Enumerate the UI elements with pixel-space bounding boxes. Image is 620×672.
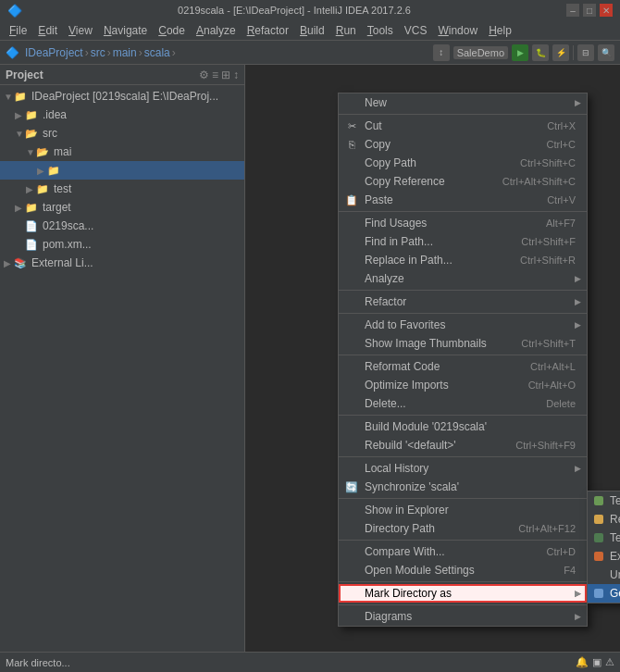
ctx-label: Paste [365, 193, 393, 206]
tree-label: target [43, 201, 71, 214]
menu-view[interactable]: View [63, 22, 98, 39]
menu-code[interactable]: Code [153, 22, 191, 39]
menu-refactor[interactable]: Refactor [242, 22, 294, 39]
expand-icon[interactable]: ↕ [233, 68, 239, 81]
tree-label: mai [54, 145, 71, 158]
tree-arrow: ▶ [15, 110, 24, 120]
minimize-button[interactable]: – [566, 4, 579, 17]
ctx-sep-3 [339, 290, 587, 291]
ctx-shortcut: Ctrl+Shift+F9 [497, 440, 576, 451]
menu-window[interactable]: Window [432, 22, 483, 39]
gear-icon[interactable]: ⚙ [199, 68, 209, 81]
ctx-delete[interactable]: Delete... Delete [339, 394, 587, 413]
paste-icon: 📋 [344, 194, 359, 206]
idea-logo: 🔷 [6, 46, 19, 59]
settings-icon[interactable]: ⊞ [221, 68, 230, 81]
tree-item-src[interactable]: ▼ 📂 src [0, 124, 244, 143]
tree-item-ideaproject[interactable]: ▼ 📁 IDeaProject [0219scala] E:\IDeaProj.… [0, 87, 244, 106]
sub-test-sources-root[interactable]: Test Sources Root [588, 492, 620, 510]
project-tree: ▼ 📁 IDeaProject [0219scala] E:\IDeaProj.… [0, 85, 244, 652]
ctx-add-favorites[interactable]: Add to Favorites [339, 316, 587, 334]
ctx-copy-path[interactable]: Copy Path Ctrl+Shift+C [339, 154, 587, 172]
run-config[interactable]: SaleDemo [453, 46, 508, 59]
tree-arrow: ▼ [4, 92, 13, 102]
ctx-refactor[interactable]: Refactor [339, 292, 587, 311]
ctx-sep-5 [339, 355, 587, 355]
ctx-sep-4 [339, 313, 587, 314]
ctx-new[interactable]: New [339, 93, 587, 112]
ctx-directory-path[interactable]: Directory Path Ctrl+Alt+F12 [339, 519, 587, 538]
sub-generated-sources-root[interactable]: Generated Sources Root [588, 584, 620, 603]
menu-analyze[interactable]: Analyze [191, 22, 242, 39]
menu-vcs[interactable]: VCS [399, 22, 433, 39]
search-button[interactable]: 🔍 [598, 44, 614, 61]
breadcrumb-src[interactable]: src [91, 46, 105, 59]
ctx-local-history[interactable]: Local History [339, 459, 587, 478]
ctx-open-module-settings[interactable]: Open Module Settings F4 [339, 561, 587, 579]
breadcrumb-scala[interactable]: scala [144, 46, 170, 59]
tree-item-0219[interactable]: 📄 0219sca... [0, 217, 244, 235]
ctx-shortcut: Ctrl+Alt+L [512, 361, 576, 372]
ctx-diagrams[interactable]: Diagrams [339, 607, 587, 626]
menu-help[interactable]: Help [483, 22, 517, 39]
tree-item-idea[interactable]: ▶ 📁 .idea [0, 106, 244, 124]
ctx-paste[interactable]: 📋 Paste Ctrl+V [339, 191, 587, 209]
memory-icon[interactable]: ▣ [592, 656, 601, 668]
ctx-find-in-path[interactable]: Find in Path... Ctrl+Shift+F [339, 232, 587, 251]
ctx-compare-with[interactable]: Compare With... Ctrl+D [339, 542, 587, 561]
breadcrumb-ideaproject[interactable]: IDeaProject [25, 46, 83, 59]
menu-edit[interactable]: Edit [32, 22, 63, 39]
ctx-copy[interactable]: ⎘ Copy Ctrl+C [339, 135, 587, 154]
ctx-copy-reference[interactable]: Copy Reference Ctrl+Alt+Shift+C [339, 172, 587, 191]
status-icons: 🔔 ▣ ⚠ [576, 656, 614, 668]
ctx-replace-in-path[interactable]: Replace in Path... Ctrl+Shift+R [339, 251, 587, 269]
breadcrumb-main[interactable]: main [113, 46, 137, 59]
event-log-icon[interactable]: 🔔 [576, 656, 589, 668]
sub-excluded[interactable]: Excluded [588, 547, 620, 566]
ctx-show-thumbnails[interactable]: Show Image Thumbnails Ctrl+Shift+T [339, 334, 587, 353]
ctx-label: Cut [365, 119, 382, 132]
tree-item-extlib[interactable]: ▶ 📚 External Li... [0, 254, 244, 272]
sub-label: Resources Root [610, 513, 620, 526]
ctx-show-explorer[interactable]: Show in Explorer [339, 501, 587, 519]
tree-item-target[interactable]: ▶ 📁 target [0, 198, 244, 217]
ctx-shortcut: Ctrl+D [528, 546, 576, 557]
tree-label: src [43, 127, 57, 140]
sub-unmark[interactable]: Unmark as Sources Root [588, 566, 620, 584]
tree-item-test[interactable]: ▶ 📁 test [0, 180, 244, 198]
debug-button[interactable]: 🐛 [532, 44, 549, 61]
sort-icon[interactable]: ↕ [433, 44, 450, 61]
toolbar-right: ↕ SaleDemo ▶ 🐛 ⚡ ⊟ 🔍 [433, 44, 614, 61]
ctx-cut[interactable]: ✂ Cut Ctrl+X [339, 117, 587, 135]
ctx-reformat[interactable]: Reformat Code Ctrl+Alt+L [339, 357, 587, 376]
close-button[interactable]: ✕ [600, 4, 613, 17]
restore-button[interactable]: □ [583, 4, 596, 17]
ctx-synchronize[interactable]: 🔄 Synchronize 'scala' [339, 478, 587, 496]
project-folder-icon: 📁 [13, 89, 28, 104]
warning-icon[interactable]: ⚠ [605, 656, 614, 668]
ctx-optimize-imports[interactable]: Optimize Imports Ctrl+Alt+O [339, 376, 587, 394]
menu-navigate[interactable]: Navigate [98, 22, 153, 39]
ctx-label: Local History [365, 462, 428, 475]
status-bar: Mark directo... 🔔 ▣ ⚠ [0, 652, 620, 672]
tree-item-main[interactable]: ▼ 📂 mai [0, 143, 244, 161]
menu-build[interactable]: Build [294, 22, 330, 39]
menu-run[interactable]: Run [330, 22, 362, 39]
menu-tools[interactable]: Tools [362, 22, 399, 39]
tree-item-pom[interactable]: 📄 pom.xm... [0, 235, 244, 254]
ctx-analyze[interactable]: Analyze [339, 269, 587, 288]
window-controls: – □ ✕ [566, 4, 613, 17]
ctx-rebuild[interactable]: Rebuild '<default>' Ctrl+Shift+F9 [339, 436, 587, 454]
sub-resources-root[interactable]: Resources Root [588, 510, 620, 529]
file-icon-pom: 📄 [24, 237, 39, 252]
menu-file[interactable]: File [4, 22, 32, 39]
ctx-find-usages[interactable]: Find Usages Alt+F7 [339, 214, 587, 232]
profile-button[interactable]: ⚡ [552, 44, 569, 61]
layout-button[interactable]: ⊟ [577, 44, 594, 61]
ctx-mark-directory[interactable]: Mark Directory as ▶ Test Sources Root [339, 584, 587, 603]
ctx-build-module[interactable]: Build Module '0219scala' [339, 417, 587, 436]
run-button[interactable]: ▶ [512, 44, 528, 61]
sub-test-resources-root[interactable]: Test Resources Root [588, 529, 620, 547]
sort-alpha-icon[interactable]: ≡ [212, 68, 218, 81]
tree-item-scala[interactable]: ▶ 📁 [0, 161, 244, 180]
